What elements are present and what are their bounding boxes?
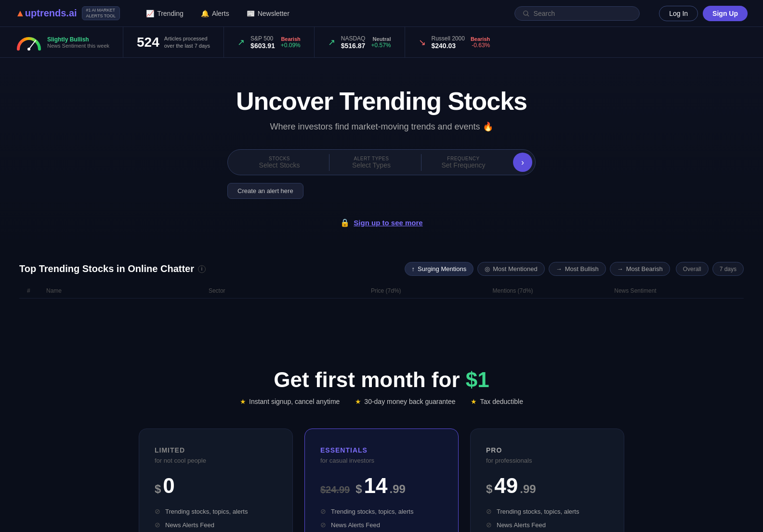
- tab-bearish[interactable]: → Most Bearish: [610, 262, 670, 276]
- russell-change: -0.63%: [472, 42, 490, 49]
- market-sp500: ↗ S&P 500 $603.91 Bearish +0.09%: [224, 27, 315, 57]
- check-icon: ⊘: [155, 507, 160, 515]
- check-icon: ⊘: [320, 507, 326, 515]
- hero-title: Uncover Trending Stocks: [15, 87, 748, 116]
- frequency-label: Frequency: [421, 156, 505, 161]
- svg-line-1: [29, 40, 36, 49]
- signup-button[interactable]: Sign Up: [703, 6, 748, 21]
- filter-overall[interactable]: Overall: [676, 262, 709, 276]
- feature-item: ⊘News Alerts Feed: [320, 521, 443, 529]
- signup-prompt: 🔒 Sign up to see more: [15, 218, 748, 227]
- feature-item: ⊘Trending stocks, topics, alerts: [320, 507, 443, 515]
- russell-sentiment: Bearish: [471, 36, 490, 42]
- types-field[interactable]: Alert Types Select Types: [329, 154, 421, 171]
- alert-builder: Stocks Select Stocks Alert Types Select …: [227, 149, 536, 175]
- sentiment-label: Slightly Bullish: [47, 36, 109, 43]
- pricing-cards: LIMITED for not cool people $ 0 ⊘Trendin…: [117, 428, 646, 532]
- feature-item: ⊘Trending stocks, topics, alerts: [486, 507, 608, 515]
- frequency-field[interactable]: Frequency Set Frequency: [421, 154, 513, 171]
- stocks-value: Select Stocks: [237, 161, 321, 169]
- articles-item: 524 Articles processed over the last 7 d…: [123, 27, 224, 57]
- types-label: Alert Types: [329, 156, 413, 161]
- plan-limited-tagline: for not cool people: [155, 457, 277, 464]
- alert-submit-button[interactable]: ›: [513, 153, 532, 172]
- russell-price: $240.03: [432, 42, 465, 50]
- check-icon: ⊘: [155, 521, 160, 529]
- nasdaq-price: $516.87: [341, 42, 366, 50]
- plan-essentials-tagline: for casual investors: [320, 457, 443, 464]
- ticker-bar: Slightly Bullish News Sentiment this wee…: [0, 27, 763, 58]
- nav-alerts[interactable]: 🔔 Alerts: [194, 7, 236, 20]
- trending-section: Top Trending Stocks in Online Chatter i …: [0, 247, 763, 339]
- pricing-section: Get first month for $1 ★ Instant signup,…: [0, 339, 763, 532]
- tab-mentioned[interactable]: ◎ Most Mentioned: [477, 262, 545, 276]
- plan-pro-name: PRO: [486, 446, 608, 454]
- star-icon-3: ★: [471, 398, 477, 405]
- trending-tabs: ↑ Surging Mentions ◎ Most Mentioned → Mo…: [405, 262, 670, 276]
- signup-link[interactable]: Sign up to see more: [354, 219, 422, 227]
- nav-newsletter-label: Newsletter: [258, 10, 289, 17]
- plan-pro: PRO for professionals $ 49 .99 ⊘Trending…: [470, 428, 624, 532]
- market-nasdaq: ↗ NASDAQ $516.87 Neutral +0.57%: [315, 27, 405, 57]
- nasdaq-change: +0.57%: [371, 42, 391, 49]
- tab-bullish[interactable]: → Most Bullish: [549, 262, 606, 276]
- russell-name: Russell 2000: [432, 35, 465, 42]
- mentioned-icon: ◎: [485, 265, 490, 272]
- svg-point-2: [27, 48, 30, 51]
- plan-limited-name: LIMITED: [155, 446, 277, 454]
- search-bar[interactable]: [514, 6, 640, 21]
- alerts-icon: 🔔: [201, 10, 209, 17]
- plan-limited-features: ⊘Trending stocks, topics, alerts ⊘News A…: [155, 507, 277, 532]
- logo: ▲uptrends.ai #1 AI MARKET ALERTS TOOL: [15, 6, 120, 20]
- navbar: ▲uptrends.ai #1 AI MARKET ALERTS TOOL 📈 …: [0, 0, 763, 27]
- login-button[interactable]: Log In: [659, 6, 698, 21]
- nav-newsletter[interactable]: 📰 Newsletter: [240, 7, 296, 20]
- trending-filters: Overall 7 days: [676, 262, 744, 276]
- nav-trending[interactable]: 📈 Trending: [139, 7, 190, 20]
- hero-section: Uncover Trending Stocks Where investors …: [0, 58, 763, 247]
- sentiment-text: Slightly Bullish News Sentiment this wee…: [47, 36, 109, 49]
- create-alert-button[interactable]: Create an alert here: [227, 183, 303, 199]
- logo-badge: #1 AI MARKET ALERTS TOOL: [82, 6, 120, 20]
- filter-7days[interactable]: 7 days: [712, 262, 744, 276]
- check-icon: ⊘: [320, 521, 326, 529]
- feature-item: ⊘News Alerts Feed: [155, 521, 277, 529]
- blurred-table-overlay: [19, 289, 744, 327]
- sentiment-sub: News Sentiment this week: [47, 43, 109, 49]
- nav-alerts-label: Alerts: [212, 10, 229, 17]
- plan-essentials-price: $24.99 $ 14 .99: [320, 474, 443, 498]
- frequency-value: Set Frequency: [421, 161, 505, 169]
- nasdaq-name: NASDAQ: [341, 35, 366, 42]
- feature-item: ⊘Trending stocks, topics, alerts: [155, 507, 277, 515]
- sentiment-gauge: [15, 34, 42, 51]
- plan-limited: LIMITED for not cool people $ 0 ⊘Trendin…: [139, 428, 293, 532]
- nav-auth: Log In Sign Up: [659, 6, 748, 21]
- benefit-3: ★ Tax deductible: [471, 398, 523, 405]
- star-icon-2: ★: [355, 398, 361, 405]
- tab-surging[interactable]: ↑ Surging Mentions: [405, 262, 474, 276]
- plan-pro-price: $ 49 .99: [486, 474, 608, 498]
- trending-title: Top Trending Stocks in Online Chatter i: [19, 263, 206, 274]
- info-icon: i: [198, 265, 206, 273]
- sentiment-item: Slightly Bullish News Sentiment this wee…: [15, 27, 123, 57]
- plan-limited-price: $ 0: [155, 474, 277, 498]
- market-russell: ↘ Russell 2000 $240.03 Bearish -0.63%: [405, 27, 504, 57]
- hero-subtitle: Where investors find market-moving trend…: [15, 121, 748, 132]
- russell-arrow-icon: ↘: [419, 37, 426, 48]
- nasdaq-arrow-icon: ↗: [328, 37, 335, 48]
- stocks-field[interactable]: Stocks Select Stocks: [237, 154, 329, 171]
- plan-essentials: ESSENTIALS for casual investors $24.99 $…: [304, 428, 459, 532]
- plan-essentials-name: ESSENTIALS: [320, 446, 443, 454]
- benefit-2: ★ 30-day money back guarantee: [355, 398, 455, 405]
- search-icon: [523, 10, 529, 17]
- newsletter-icon: 📰: [247, 10, 255, 17]
- nav-trending-label: Trending: [157, 10, 184, 17]
- search-input[interactable]: [534, 10, 632, 17]
- types-value: Select Types: [329, 161, 413, 169]
- benefit-1: ★ Instant signup, cancel anytime: [240, 398, 340, 405]
- nav-links: 📈 Trending 🔔 Alerts 📰 Newsletter: [139, 7, 296, 20]
- stocks-label: Stocks: [237, 156, 321, 161]
- nasdaq-sentiment: Neutral: [373, 36, 391, 42]
- sp500-arrow-icon: ↗: [237, 37, 245, 48]
- feature-item: ⊘News Alerts Feed: [486, 521, 608, 529]
